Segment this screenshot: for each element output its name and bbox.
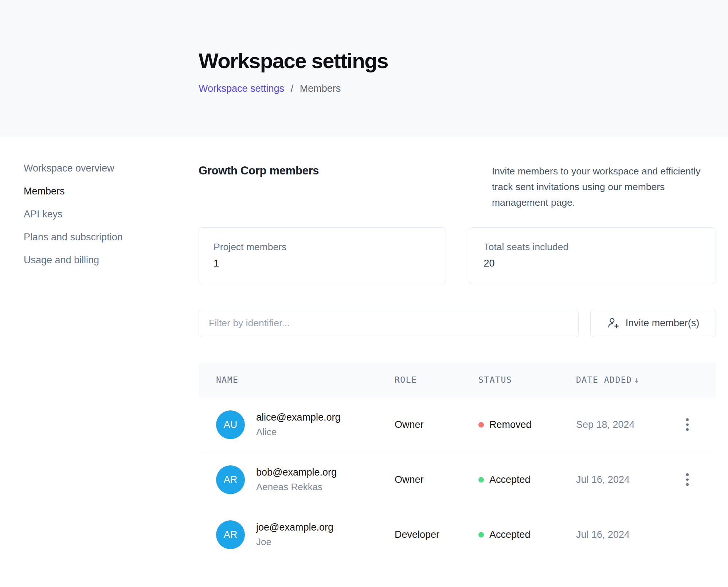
status-label: Removed (489, 419, 532, 430)
invite-members-label: Invite member(s) (626, 318, 700, 329)
sidebar-item-usage-and-billing[interactable]: Usage and billing (24, 255, 99, 265)
member-name: Joe (256, 536, 333, 548)
sort-arrow-down-icon: ↓ (634, 375, 639, 385)
members-panel: Growth Corp members Invite members to yo… (199, 137, 728, 562)
kebab-menu-icon[interactable] (683, 415, 692, 434)
filter-input[interactable] (199, 309, 579, 337)
page-title: Workspace settings (199, 48, 716, 73)
column-header-date-added[interactable]: DATE ADDED↓ (576, 375, 683, 385)
member-name: Alice (256, 426, 341, 438)
members-table: NAME ROLE STATUS DATE ADDED↓ AU alice@ex… (199, 363, 716, 562)
user-plus-icon (607, 317, 619, 329)
member-role: Developer (395, 529, 478, 540)
member-status: Accepted (478, 529, 576, 540)
table-row: AR bob@example.org Aeneas Rekkas Owner A… (199, 452, 716, 507)
member-role: Owner (395, 474, 478, 485)
member-name: Aeneas Rekkas (256, 481, 337, 493)
status-label: Accepted (489, 529, 531, 540)
stat-value: 20 (484, 258, 701, 269)
breadcrumb-separator: / (291, 83, 294, 94)
member-status: Accepted (478, 474, 576, 485)
sidebar-item-workspace-overview[interactable]: Workspace overview (24, 164, 114, 173)
sidebar-item-members[interactable]: Members (24, 186, 65, 196)
member-date-added: Sep 18, 2024 (576, 419, 683, 430)
avatar: AR (216, 520, 245, 549)
avatar: AR (216, 465, 245, 494)
stat-card-project-members: Project members 1 (199, 227, 446, 284)
settings-sidebar: Workspace overview Members API keys Plan… (0, 137, 199, 562)
status-dot (478, 422, 484, 428)
invite-members-button[interactable]: Invite member(s) (590, 309, 716, 337)
member-email: bob@example.org (256, 467, 337, 478)
stat-value: 1 (214, 258, 431, 269)
section-heading: Growth Corp members (199, 164, 319, 177)
table-header-row: NAME ROLE STATUS DATE ADDED↓ (199, 363, 716, 397)
hero-header: Workspace settings Workspace settings / … (0, 0, 728, 137)
breadcrumb: Workspace settings / Members (199, 83, 716, 94)
member-email: alice@example.org (256, 412, 341, 423)
table-row: AU alice@example.org Alice Owner Removed… (199, 397, 716, 452)
avatar: AU (216, 410, 245, 439)
section-description: Invite members to your workspace and eff… (492, 164, 716, 210)
breadcrumb-link-workspace-settings[interactable]: Workspace settings (199, 83, 284, 94)
member-date-added: Jul 16, 2024 (576, 529, 683, 540)
column-header-status[interactable]: STATUS (478, 375, 576, 385)
status-dot (478, 532, 484, 537)
status-label: Accepted (489, 474, 531, 485)
stat-label: Total seats included (484, 241, 701, 253)
stat-card-total-seats: Total seats included 20 (469, 227, 716, 284)
member-status: Removed (478, 419, 576, 430)
sidebar-item-plans-and-subscription[interactable]: Plans and subscription (24, 232, 123, 242)
member-email: joe@example.org (256, 522, 333, 533)
table-row: AR joe@example.org Joe Developer Accepte… (199, 507, 716, 562)
breadcrumb-current: Members (300, 83, 341, 94)
member-role: Owner (395, 419, 478, 430)
kebab-menu-icon[interactable] (683, 470, 692, 489)
column-header-role[interactable]: ROLE (395, 375, 478, 385)
status-dot (478, 477, 484, 482)
column-header-name[interactable]: NAME (216, 375, 395, 385)
stat-label: Project members (214, 241, 431, 253)
sidebar-item-api-keys[interactable]: API keys (24, 209, 63, 219)
member-date-added: Jul 16, 2024 (576, 474, 683, 485)
